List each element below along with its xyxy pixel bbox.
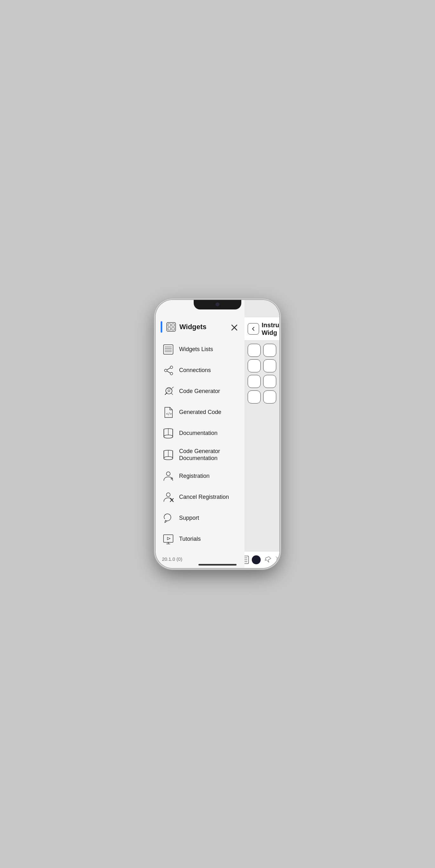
back-button[interactable] [248, 323, 259, 335]
widget-row-2 [248, 359, 276, 372]
code-generator-label: Code Generator [179, 388, 220, 395]
footer-circle-btn[interactable] [252, 554, 261, 565]
widgets-list-icon [162, 343, 175, 356]
footer-unpin-btn[interactable] [275, 554, 279, 565]
menu-item-support[interactable]: Support [156, 508, 244, 529]
menu-item-documentation[interactable]: Documentation [156, 423, 244, 444]
right-panel: InstruWidg [244, 300, 279, 568]
version-text: 20.1.0 (0) [156, 554, 244, 568]
circle-indicator [252, 555, 261, 564]
widget-row-4 [248, 391, 276, 403]
generated-code-label: Generated Code [179, 409, 221, 416]
connections-icon [162, 364, 175, 377]
registration-icon [162, 470, 175, 483]
menu-scroll: Widgets Lists Connections [156, 338, 244, 554]
svg-rect-2 [172, 324, 174, 326]
svg-rect-4 [172, 328, 174, 330]
menu-item-widgets-lists[interactable]: Widgets Lists [156, 339, 244, 360]
widget-cell [263, 391, 276, 403]
menu-panel: Widgets [156, 300, 244, 568]
support-icon [162, 512, 175, 525]
right-panel-header: InstruWidg [244, 317, 279, 341]
connections-label: Connections [179, 367, 211, 374]
generated-code-icon: </> [162, 406, 175, 419]
right-panel-footer [244, 551, 279, 568]
cancel-registration-icon [162, 491, 175, 503]
svg-rect-7 [164, 345, 173, 354]
documentation-icon [162, 427, 175, 440]
widget-cell [263, 359, 276, 372]
widget-cell [263, 344, 276, 357]
support-label: Support [179, 515, 199, 522]
code-generator-icon [162, 385, 175, 398]
code-gen-doc-label: Code Generator Documentation [179, 448, 238, 462]
widget-cell [263, 375, 276, 388]
home-indicator [198, 564, 237, 565]
widget-cell [248, 359, 261, 372]
svg-point-12 [165, 369, 167, 372]
menu-item-registration[interactable]: Registration [156, 466, 244, 487]
widget-grid [244, 341, 279, 551]
code-gen-doc-icon [162, 448, 175, 461]
tutorials-label: Tutorials [179, 536, 201, 542]
menu-item-tutorials[interactable]: Tutorials [156, 529, 244, 550]
widget-row-3 [248, 375, 276, 388]
widgets-header-icon [165, 321, 177, 333]
svg-point-20 [166, 472, 170, 476]
footer-list-btn[interactable] [244, 554, 249, 565]
svg-point-21 [166, 493, 170, 497]
cancel-registration-label: Cancel Registration [179, 494, 229, 501]
svg-point-14 [170, 372, 173, 375]
menu-item-connections[interactable]: Connections [156, 360, 244, 381]
svg-rect-1 [168, 324, 170, 326]
registration-label: Registration [179, 473, 209, 480]
notch [194, 300, 241, 309]
menu-item-micropython[interactable]: MicroPython Support Code [156, 550, 244, 554]
accent-bar [161, 321, 162, 333]
menu-header: Widgets [156, 317, 244, 338]
camera [215, 303, 220, 306]
tutorials-icon [162, 533, 175, 546]
footer-pin-btn[interactable] [263, 554, 272, 565]
close-button[interactable] [229, 322, 239, 333]
menu-item-generated-code[interactable]: </> Generated Code [156, 402, 244, 423]
svg-point-18 [168, 390, 170, 392]
svg-rect-3 [168, 328, 170, 330]
screen: Widgets [156, 300, 279, 568]
right-panel-title: InstruWidg [262, 321, 279, 337]
svg-rect-24 [164, 535, 173, 542]
menu-item-code-gen-doc[interactable]: Code Generator Documentation [156, 444, 244, 466]
svg-text:</>: </> [166, 412, 172, 415]
svg-line-16 [167, 371, 170, 373]
widget-cell [248, 344, 261, 357]
documentation-label: Documentation [179, 430, 218, 437]
widgets-lists-label: Widgets Lists [179, 346, 213, 353]
menu-item-cancel-registration[interactable]: Cancel Registration [156, 487, 244, 508]
widget-row-1 [248, 344, 276, 357]
svg-point-13 [170, 366, 173, 369]
menu-item-code-generator[interactable]: Code Generator [156, 381, 244, 402]
widget-cell [248, 391, 261, 403]
phone-frame: Widgets [156, 300, 279, 568]
svg-line-15 [167, 368, 170, 370]
widget-cell [248, 375, 261, 388]
